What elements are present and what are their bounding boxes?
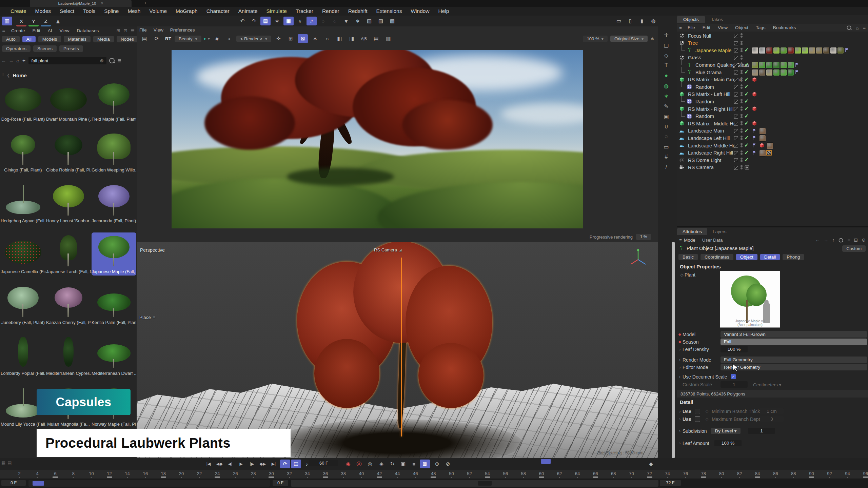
material-tag-chip[interactable] (752, 62, 758, 68)
material-tag-chip[interactable] (823, 47, 830, 54)
range-start-field[interactable]: 0 F (273, 480, 288, 486)
cube-3-icon[interactable]: ▩ (387, 17, 397, 25)
visibility-dots-icon[interactable] (740, 33, 743, 38)
key-rotation-icon[interactable]: ↻ (387, 460, 397, 468)
expand-icon[interactable]: › (677, 358, 683, 362)
visibility-dots-icon[interactable] (740, 92, 743, 97)
pv-move-icon[interactable]: ✛ (273, 34, 283, 43)
dim-circle-1-icon[interactable]: ◌ (318, 17, 328, 25)
object-label[interactable]: RS Matrix - Left Hill (688, 92, 730, 97)
material-tag-chip[interactable] (766, 69, 773, 76)
axis-z-button[interactable]: Z (41, 17, 51, 26)
loop-icon[interactable]: ⟳ (280, 460, 290, 468)
pv-history-icon[interactable]: ▥ (383, 34, 393, 43)
material-tag-chip[interactable] (837, 47, 844, 54)
layer-box-icon[interactable] (734, 158, 738, 162)
plant-item[interactable]: Kentia Palm (Fall, Plant) (92, 285, 136, 325)
menu-item-help[interactable]: Help (434, 8, 454, 14)
menu-item-create[interactable]: Create (6, 8, 31, 14)
object-label[interactable]: Landscape Main (688, 128, 724, 134)
interactive-render-icon[interactable]: ▣ (283, 17, 294, 25)
field-detail-use[interactable]: ›Use◇Minimum Branch Thickness1 cm (677, 408, 868, 415)
layer-box-icon[interactable] (734, 107, 738, 111)
menu-item-extensions[interactable]: Extensions (372, 8, 407, 14)
record-key-icon[interactable]: ◉ (343, 460, 353, 468)
object-label[interactable]: RS Matrix - Right Hill (688, 106, 734, 112)
plant-item[interactable]: Jacaranda (Fall, Plant) (92, 183, 136, 223)
object-row[interactable]: Random✓ (677, 83, 868, 90)
expand-icon[interactable]: › (677, 409, 683, 414)
visibility-dots-icon[interactable] (740, 165, 743, 170)
enabled-check-icon[interactable]: ✓ (744, 76, 749, 83)
om-menu-tags[interactable]: Tags (752, 25, 769, 30)
plant-item[interactable]: Golden Weeping Willo... (92, 132, 136, 172)
phong-tag-icon[interactable] (752, 150, 757, 156)
filter-operators[interactable]: Operators (2, 45, 31, 52)
cube-icon[interactable]: ◇ (660, 50, 672, 60)
visibility-dots-icon[interactable] (740, 150, 743, 155)
visibility-dots-icon[interactable] (740, 128, 743, 133)
grid-tool-icon[interactable]: # (660, 152, 672, 162)
visibility-dots-icon[interactable] (740, 40, 743, 45)
record-options-icon[interactable]: ◎ (365, 460, 375, 468)
timeline-playhead[interactable] (541, 459, 551, 464)
expand-icon[interactable]: › (677, 429, 683, 433)
object-label[interactable]: Landscape Right Hill (688, 150, 733, 156)
custom-scale-value[interactable]: 1 (721, 381, 748, 388)
layout-anim-icon[interactable]: ▯ (625, 17, 635, 25)
prev-key-icon[interactable]: ◀◆ (214, 460, 224, 468)
layer-box-icon[interactable] (734, 56, 738, 60)
key-selection-icon[interactable]: ⊠ (420, 460, 430, 468)
menu-item-spline[interactable]: Spline (100, 8, 123, 14)
material-tag-chip[interactable] (830, 47, 837, 54)
field-detail-use[interactable]: ›Use◇Maximum Branch Depth3 (677, 415, 868, 423)
pv-snapshot-icon[interactable]: ▤ (371, 34, 381, 43)
layer-box-icon[interactable] (734, 122, 738, 126)
filter-nodes[interactable]: Nodes (117, 36, 138, 42)
doc-time-icon[interactable]: ▤ (291, 460, 301, 468)
layer-box-icon[interactable] (734, 129, 738, 133)
back-icon[interactable]: ← (1, 58, 6, 63)
object-row[interactable]: Tree (677, 40, 868, 47)
goto-end-icon[interactable]: ▶| (269, 460, 279, 468)
object-row[interactable]: Random✓ (677, 113, 868, 120)
om-menu-file[interactable]: File (684, 25, 699, 30)
timeline-ruler[interactable]: 2468101214161820222426283032343638404244… (0, 470, 868, 479)
browser-menu-ai[interactable]: AI (44, 28, 56, 33)
timeline-mode-icon-2[interactable]: ▤ (7, 460, 12, 465)
om-menu-edit[interactable]: Edit (699, 25, 714, 30)
om-home-icon[interactable]: ⌂ (856, 25, 859, 30)
filter-presets[interactable]: Presets (59, 45, 83, 52)
material-tag-chip[interactable] (767, 142, 773, 149)
material-tag-chip[interactable] (759, 69, 766, 76)
plant-item[interactable]: Dog-Rose (Fall, Plant) (1, 81, 45, 122)
phong-tag-icon[interactable] (794, 69, 800, 75)
browser-menu-view[interactable]: View (56, 28, 73, 33)
pv-channel-dot-icon[interactable]: ● (203, 36, 206, 41)
pv-menu-view[interactable]: View (154, 27, 163, 33)
menu-item-tracker[interactable]: Tracker (291, 8, 318, 14)
sphere2-green-icon[interactable]: ◍ (660, 81, 672, 91)
object-row[interactable]: RS Matrix - Middle Hill✓ (677, 120, 868, 127)
dim-circle-2-icon[interactable]: ◌ (330, 17, 340, 25)
visibility-dots-icon[interactable] (740, 84, 743, 89)
pv-save-icon[interactable]: ▤ (139, 34, 150, 43)
browser-layout-list-icon[interactable]: ⊡ (123, 28, 127, 33)
om-menu-bookmarks[interactable]: Bookmarks (769, 25, 800, 30)
material-tag-chip[interactable] (794, 47, 801, 54)
filter-all[interactable]: All (22, 36, 36, 42)
home-icon[interactable]: ⌂ (16, 58, 19, 63)
redshift-material-tag-icon[interactable] (752, 121, 757, 126)
filter-gear-icon[interactable]: ∗ (353, 17, 363, 25)
plant-key-icon[interactable]: ◇ (679, 272, 685, 277)
object-row[interactable]: Landscape Left Hill✓ (677, 135, 868, 142)
layout-render-icon[interactable]: ▭ (614, 17, 624, 25)
material-tag-chip[interactable] (787, 69, 794, 76)
layer-box-icon[interactable] (734, 136, 738, 140)
plant-item[interactable]: Japanese Camellia (Fal... (1, 234, 45, 274)
material-tag-chip[interactable] (766, 47, 773, 54)
enabled-check-icon[interactable]: ✓ (744, 113, 749, 119)
custom-button[interactable]: Custom (842, 245, 866, 252)
material-tag-chip[interactable] (809, 47, 815, 54)
type-icon[interactable]: T (660, 60, 672, 70)
